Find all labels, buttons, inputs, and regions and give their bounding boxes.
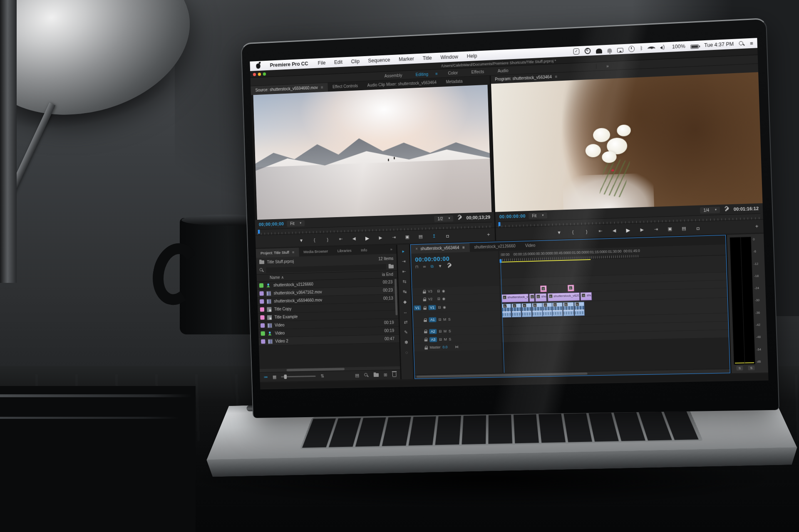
workspace-color[interactable]: Color (442, 69, 464, 77)
time-machine-icon[interactable] (628, 45, 635, 52)
timeline-tab[interactable]: Video (520, 241, 540, 250)
new-item-button[interactable]: ⊞ (384, 372, 387, 378)
solo-button[interactable]: S (448, 317, 451, 322)
workspace-effects[interactable]: Effects (465, 68, 491, 75)
marker-icon[interactable]: ▼ (438, 264, 442, 271)
creative-cloud-icon[interactable] (585, 47, 591, 54)
audio-clip[interactable]: fx (552, 302, 563, 317)
workspace-menu-icon[interactable]: ≡ (435, 71, 438, 76)
label-chip-pink[interactable] (260, 315, 264, 320)
track-options-icon[interactable]: ⊟ (439, 329, 442, 333)
menu-edit[interactable]: Edit (330, 59, 347, 65)
button-editor-plus[interactable]: + (755, 223, 758, 229)
goto-out-button[interactable]: ⇥ (391, 235, 397, 240)
menu-title[interactable]: Title (418, 55, 436, 62)
mark-out-button[interactable]: } (584, 229, 590, 234)
filter-bin-icon[interactable] (389, 265, 394, 268)
master-level[interactable]: 0.0 (442, 345, 447, 349)
video-clip[interactable]: fxshutterstock_v3647 (501, 294, 529, 302)
panel-overflow-icon[interactable]: » (386, 245, 397, 254)
sort-button[interactable]: ⇅ (320, 374, 324, 379)
step-forward-button[interactable]: ▶ (639, 227, 645, 233)
slip-tool[interactable]: ↔ (402, 309, 409, 315)
timeline-settings-icon[interactable] (447, 263, 452, 269)
sync-lock-icon[interactable]: ◉ (442, 297, 445, 301)
thumbnail-zoom-slider[interactable] (281, 376, 316, 377)
track-options-icon[interactable]: ⊟ (438, 317, 441, 322)
track-options-icon[interactable]: ⊟ (437, 289, 440, 293)
close-icon[interactable]: × (415, 247, 418, 251)
label-chip-purple[interactable] (260, 299, 264, 304)
mark-in-button[interactable]: { (312, 237, 317, 242)
label-chip-purple[interactable] (261, 323, 265, 328)
lock-icon[interactable] (424, 318, 427, 322)
timeline-lane[interactable]: :00:00 00:00:15:00 00:00:30:00 00:00:45:… (499, 245, 730, 373)
workspace-audio[interactable]: Audio (491, 67, 515, 74)
solo-left-button[interactable]: S (737, 366, 743, 370)
workspace-overflow-icon[interactable]: » (596, 63, 618, 69)
workspace-editing[interactable]: Editing (409, 70, 434, 78)
audio-clip[interactable]: fx (532, 303, 543, 317)
track-target-a3[interactable]: A3 (429, 337, 437, 342)
selection-tool[interactable]: ▸ (400, 248, 407, 255)
tab-media-browser[interactable]: Media Browser (299, 247, 333, 257)
menubar-clock[interactable]: Tue 4:37 PM (704, 41, 734, 48)
menu-marker[interactable]: Marker (395, 56, 419, 62)
insert-button[interactable]: ▣ (404, 234, 410, 240)
track-target-a2[interactable]: A2 (429, 329, 437, 334)
add-marker-button[interactable]: ▼ (298, 238, 304, 242)
pen-tool[interactable]: ✎ (402, 329, 409, 335)
menu-file[interactable]: File (313, 60, 330, 66)
bell-icon[interactable] (607, 48, 612, 52)
audio-clip[interactable]: fx (511, 303, 522, 317)
spotlight-icon[interactable] (739, 41, 744, 47)
find-button[interactable] (364, 373, 369, 378)
play-button[interactable]: ▶ (625, 227, 631, 233)
program-playhead[interactable] (499, 222, 501, 226)
icon-view-button[interactable]: ▦ (273, 374, 277, 380)
audio-clip[interactable]: fx (574, 302, 585, 316)
lock-icon[interactable] (424, 346, 428, 349)
goto-out-button[interactable]: ⇥ (653, 227, 659, 232)
list-view-button[interactable]: ≔ (263, 374, 268, 380)
automate-to-sequence-button[interactable]: ▤ (355, 373, 359, 378)
video-clip[interactable]: fx (529, 294, 534, 302)
label-chip-green[interactable] (259, 283, 263, 288)
sync-lock-icon[interactable]: ◉ (442, 289, 445, 293)
linked-selection-icon[interactable]: ∞ (423, 264, 426, 272)
ripple-edit-tool[interactable]: ⇤ (400, 268, 407, 275)
traffic-lights[interactable] (253, 72, 266, 76)
solo-button[interactable]: S (449, 329, 451, 333)
nest-icon[interactable]: ⧉ (431, 264, 434, 272)
lock-icon[interactable] (424, 329, 427, 333)
export-frame-button[interactable]: ↥ (431, 233, 437, 239)
delete-button[interactable] (392, 372, 397, 377)
hat-menu-icon[interactable] (596, 48, 602, 54)
step-back-button[interactable]: ◀ (351, 236, 357, 241)
mute-button[interactable]: M (444, 329, 447, 333)
bluetooth-icon[interactable]: ᛒ (640, 45, 643, 51)
menu-sequence[interactable]: Sequence (364, 57, 395, 64)
lock-icon[interactable] (424, 338, 428, 341)
lock-icon[interactable] (423, 297, 426, 301)
source-fit-dropdown[interactable]: Fit▾ (287, 220, 305, 227)
battery-icon[interactable] (690, 45, 699, 49)
add-marker-button[interactable]: ▼ (556, 230, 562, 235)
column-name[interactable]: Name (270, 275, 280, 280)
camera-button[interactable]: ◘ (444, 233, 450, 238)
graphics-clip[interactable]: fx (567, 285, 574, 291)
step-back-button[interactable]: ◀ (611, 228, 617, 233)
mute-button[interactable]: M (444, 337, 447, 341)
panel-menu-icon[interactable]: ≡ (292, 250, 294, 255)
source-video-viewer[interactable] (251, 85, 494, 220)
apple-menu-icon[interactable] (256, 63, 261, 69)
audio-clip[interactable]: fx (542, 302, 552, 317)
goto-in-button[interactable]: ⇤ (338, 236, 343, 242)
close-window-button[interactable] (253, 73, 256, 76)
menu-app-name[interactable]: Premiere Pro CC (266, 61, 314, 69)
label-chip-pink[interactable] (260, 307, 264, 312)
lift-button[interactable]: ▣ (667, 226, 673, 232)
menu-clip[interactable]: Clip (347, 58, 364, 64)
lock-icon[interactable] (423, 306, 427, 309)
track-header-master[interactable]: Master 0.0 ⋈ (414, 342, 501, 351)
